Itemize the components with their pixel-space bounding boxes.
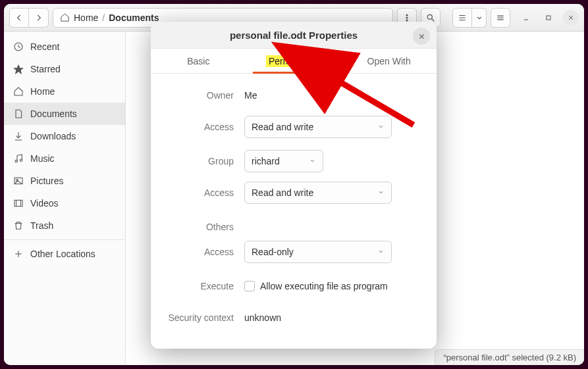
chevron-down-icon [377, 187, 385, 198]
video-icon [13, 198, 24, 209]
sidebar-item-trash[interactable]: Trash [4, 214, 125, 237]
owner-access-dropdown[interactable]: Read and write [244, 116, 392, 138]
hamburger-menu-button[interactable] [491, 8, 510, 28]
trash-icon [13, 220, 24, 231]
label-owner: Owner [165, 90, 244, 101]
sidebar-item-videos[interactable]: Videos [4, 192, 125, 214]
dialog-tabs: Basic Permissions Open With [151, 49, 437, 74]
home-icon [60, 12, 70, 22]
star-icon [13, 64, 24, 74]
sidebar-item-label: Recent [30, 41, 59, 52]
label-group-access: Access [165, 187, 244, 198]
back-button[interactable] [9, 8, 29, 28]
dialog-title: personal file.odt Properties [230, 30, 358, 41]
svg-marker-16 [14, 65, 22, 74]
execute-checkbox[interactable] [244, 281, 255, 291]
label-owner-access: Access [165, 122, 244, 132]
svg-point-1 [406, 17, 408, 18]
sidebar: Recent Starred Home Documents Downloads … [4, 32, 126, 365]
svg-line-4 [432, 18, 435, 21]
sidebar-separator [4, 239, 125, 240]
others-access-dropdown[interactable]: Read-only [244, 241, 392, 263]
combo-value: richard [252, 156, 280, 166]
dialog-body: Owner Me Access Read and write Group ric… [151, 74, 437, 349]
sidebar-item-label: Home [30, 86, 55, 97]
combo-value: Read and write [252, 122, 313, 132]
dialog-header: personal file.odt Properties [151, 22, 437, 49]
svg-point-18 [15, 160, 17, 162]
sidebar-item-starred[interactable]: Starred [4, 58, 125, 80]
group-access-dropdown[interactable]: Read and write [244, 182, 392, 204]
combo-value: Read-only [252, 247, 294, 257]
home-icon [13, 86, 24, 97]
breadcrumb-home[interactable]: Home [74, 12, 98, 23]
document-icon [13, 109, 24, 119]
value-security-context: unknown [244, 312, 281, 323]
list-view-button[interactable] [452, 8, 472, 28]
music-icon [13, 153, 24, 164]
sidebar-item-label: Other Locations [30, 249, 95, 259]
sidebar-item-recent[interactable]: Recent [4, 36, 125, 58]
label-group: Group [165, 156, 244, 166]
label-others-access: Access [165, 247, 244, 257]
nav-arrows [9, 8, 49, 28]
forward-button[interactable] [29, 8, 49, 28]
label-others: Others [165, 222, 244, 232]
maximize-button[interactable] [541, 10, 556, 26]
dialog-close-button[interactable] [413, 28, 430, 45]
status-bar: “personal file.odt” selected (9.2 kB) [435, 349, 584, 365]
chevron-down-icon [309, 156, 316, 166]
label-execute: Execute [165, 281, 244, 291]
combo-value: Read and write [252, 187, 313, 198]
chevron-down-icon [377, 122, 385, 132]
window-controls [518, 10, 579, 26]
tab-label: Open With [367, 56, 411, 66]
breadcrumb-current[interactable]: Documents [109, 12, 159, 23]
sidebar-item-label: Downloads [30, 131, 76, 141]
tab-basic[interactable]: Basic [151, 49, 246, 73]
image-icon [13, 176, 24, 186]
svg-rect-22 [14, 200, 22, 206]
label-security-context: Security context [165, 312, 244, 323]
value-owner: Me [244, 90, 257, 101]
execute-checkbox-row[interactable]: Allow executing file as program [244, 281, 388, 291]
sidebar-item-pictures[interactable]: Pictures [4, 170, 125, 192]
sidebar-item-label: Videos [30, 198, 59, 209]
download-icon [13, 131, 24, 141]
view-switcher [452, 8, 487, 28]
chevron-down-icon [377, 247, 385, 257]
svg-point-19 [20, 159, 22, 161]
tab-permissions[interactable]: Permissions [246, 49, 342, 73]
sidebar-item-label: Pictures [30, 176, 64, 186]
sidebar-item-other-locations[interactable]: Other Locations [4, 243, 125, 265]
sidebar-item-label: Music [30, 153, 55, 164]
minimize-button[interactable] [518, 10, 534, 26]
svg-point-0 [406, 14, 408, 15]
clock-icon [13, 41, 24, 52]
execute-label: Allow executing file as program [260, 281, 388, 291]
status-text: “personal file.odt” selected (9.2 kB) [443, 353, 576, 362]
sidebar-item-label: Documents [30, 109, 77, 119]
properties-dialog: personal file.odt Properties Basic Permi… [151, 22, 437, 349]
plus-icon [13, 249, 24, 259]
close-window-button[interactable] [563, 10, 579, 26]
sidebar-item-music[interactable]: Music [4, 147, 125, 170]
tab-label: Permissions [266, 55, 321, 67]
sidebar-item-downloads[interactable]: Downloads [4, 125, 125, 147]
view-options-button[interactable] [472, 8, 487, 28]
group-dropdown[interactable]: richard [244, 150, 323, 172]
sidebar-item-documents[interactable]: Documents [4, 103, 125, 125]
tab-label: Basic [187, 56, 209, 66]
sidebar-item-home[interactable]: Home [4, 80, 125, 103]
svg-point-3 [427, 14, 432, 19]
svg-rect-12 [547, 16, 550, 20]
svg-point-2 [406, 20, 408, 21]
sidebar-item-label: Starred [30, 64, 61, 74]
breadcrumb-separator: / [102, 12, 105, 23]
sidebar-item-label: Trash [30, 220, 53, 231]
tab-open-with[interactable]: Open With [341, 49, 437, 73]
